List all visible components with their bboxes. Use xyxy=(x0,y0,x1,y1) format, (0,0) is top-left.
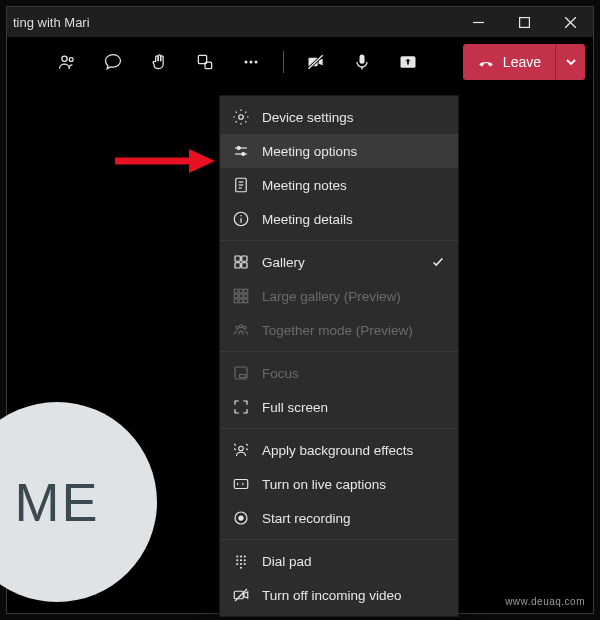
menu-item-label: Meeting details xyxy=(262,212,418,227)
menu-item-gallery[interactable]: Gallery xyxy=(220,245,458,279)
menu-item-label: Start recording xyxy=(262,511,418,526)
svg-rect-33 xyxy=(239,289,243,293)
svg-point-43 xyxy=(243,326,246,329)
titlebar: ting with Mari xyxy=(7,7,593,37)
menu-separator xyxy=(220,539,458,540)
menu-item-together-mode: Together mode (Preview) xyxy=(220,313,458,347)
participants-button[interactable] xyxy=(47,42,87,82)
menu-separator xyxy=(220,240,458,241)
svg-marker-67 xyxy=(189,149,215,173)
svg-point-4 xyxy=(62,56,67,61)
leave-button[interactable]: Leave xyxy=(463,44,555,80)
svg-point-20 xyxy=(242,153,245,156)
reactions-button[interactable] xyxy=(139,42,179,82)
menu-item-full-screen[interactable]: Full screen xyxy=(220,390,458,424)
svg-point-55 xyxy=(240,555,242,557)
mic-button[interactable] xyxy=(342,42,382,82)
more-actions-menu: Device settings Meeting options Meeting … xyxy=(219,95,459,617)
dialpad-icon xyxy=(232,552,250,570)
svg-point-63 xyxy=(240,567,242,569)
menu-item-label: Full screen xyxy=(262,400,418,415)
menu-item-device-settings[interactable]: Device settings xyxy=(220,100,458,134)
svg-point-59 xyxy=(244,559,246,561)
people-icon xyxy=(57,52,77,72)
svg-rect-40 xyxy=(244,299,248,303)
background-icon xyxy=(232,441,250,459)
menu-item-label: Gallery xyxy=(262,255,418,270)
svg-rect-37 xyxy=(244,294,248,298)
rooms-button[interactable] xyxy=(185,42,225,82)
maximize-icon xyxy=(519,17,530,28)
grid-2x2-icon xyxy=(232,253,250,271)
app-window: ting with Mari xyxy=(6,6,594,614)
menu-item-meeting-options[interactable]: Meeting options xyxy=(220,134,458,168)
more-actions-button[interactable] xyxy=(231,42,271,82)
hand-icon xyxy=(149,52,169,72)
close-button[interactable] xyxy=(547,7,593,37)
svg-rect-39 xyxy=(239,299,243,303)
svg-rect-51 xyxy=(234,480,248,489)
svg-point-9 xyxy=(250,61,253,64)
svg-rect-45 xyxy=(240,375,246,378)
share-icon xyxy=(398,52,418,72)
leave-caret-button[interactable] xyxy=(555,44,585,80)
svg-rect-30 xyxy=(235,263,240,268)
svg-rect-38 xyxy=(234,299,238,303)
menu-item-label: Apply background effects xyxy=(262,443,418,458)
maximize-button[interactable] xyxy=(501,7,547,37)
svg-point-53 xyxy=(238,515,243,520)
avatar: ME xyxy=(0,402,157,602)
svg-rect-34 xyxy=(244,289,248,293)
chat-button[interactable] xyxy=(93,42,133,82)
notes-icon xyxy=(232,176,250,194)
menu-item-label: Meeting notes xyxy=(262,178,418,193)
mic-icon xyxy=(352,52,372,72)
svg-line-50 xyxy=(246,449,248,451)
svg-rect-29 xyxy=(242,256,247,261)
window-title: ting with Mari xyxy=(13,15,455,30)
hangup-icon xyxy=(477,53,495,71)
fullscreen-icon xyxy=(232,398,250,416)
svg-point-58 xyxy=(240,559,242,561)
svg-point-41 xyxy=(236,326,239,329)
svg-rect-1 xyxy=(519,17,529,27)
menu-item-background-effects[interactable]: Apply background effects xyxy=(220,433,458,467)
together-icon xyxy=(232,321,250,339)
video-off-icon xyxy=(232,586,250,604)
svg-point-18 xyxy=(237,147,240,150)
svg-point-60 xyxy=(236,563,238,565)
menu-item-meeting-details[interactable]: Meeting details xyxy=(220,202,458,236)
svg-line-49 xyxy=(234,449,236,451)
chat-icon xyxy=(103,52,123,72)
svg-point-5 xyxy=(69,58,73,62)
watermark: www.deuaq.com xyxy=(505,596,585,607)
menu-item-label: Device settings xyxy=(262,110,418,125)
menu-item-start-recording[interactable]: Start recording xyxy=(220,501,458,535)
menu-item-label: Focus xyxy=(262,366,418,381)
camera-button[interactable] xyxy=(296,42,336,82)
minimize-icon xyxy=(473,17,484,28)
menu-item-dial-pad[interactable]: Dial pad xyxy=(220,544,458,578)
svg-rect-31 xyxy=(242,263,247,268)
svg-rect-32 xyxy=(234,289,238,293)
info-icon xyxy=(232,210,250,228)
menu-item-large-gallery: Large gallery (Preview) xyxy=(220,279,458,313)
captions-icon xyxy=(232,475,250,493)
leave-label: Leave xyxy=(503,54,541,70)
menu-item-label: Turn on live captions xyxy=(262,477,418,492)
minimize-button[interactable] xyxy=(455,7,501,37)
menu-item-label: Meeting options xyxy=(262,144,418,159)
menu-item-label: Dial pad xyxy=(262,554,418,569)
svg-point-27 xyxy=(240,215,242,217)
camera-off-icon xyxy=(306,52,326,72)
svg-point-42 xyxy=(240,325,243,328)
menu-item-meeting-notes[interactable]: Meeting notes xyxy=(220,168,458,202)
menu-item-turn-off-incoming-video[interactable]: Turn off incoming video xyxy=(220,578,458,612)
share-button[interactable] xyxy=(388,42,428,82)
menu-item-live-captions[interactable]: Turn on live captions xyxy=(220,467,458,501)
svg-point-62 xyxy=(244,563,246,565)
menu-item-focus: Focus xyxy=(220,356,458,390)
check-icon xyxy=(430,255,446,269)
chevron-down-icon xyxy=(565,56,577,68)
toolbar-separator xyxy=(283,51,284,73)
